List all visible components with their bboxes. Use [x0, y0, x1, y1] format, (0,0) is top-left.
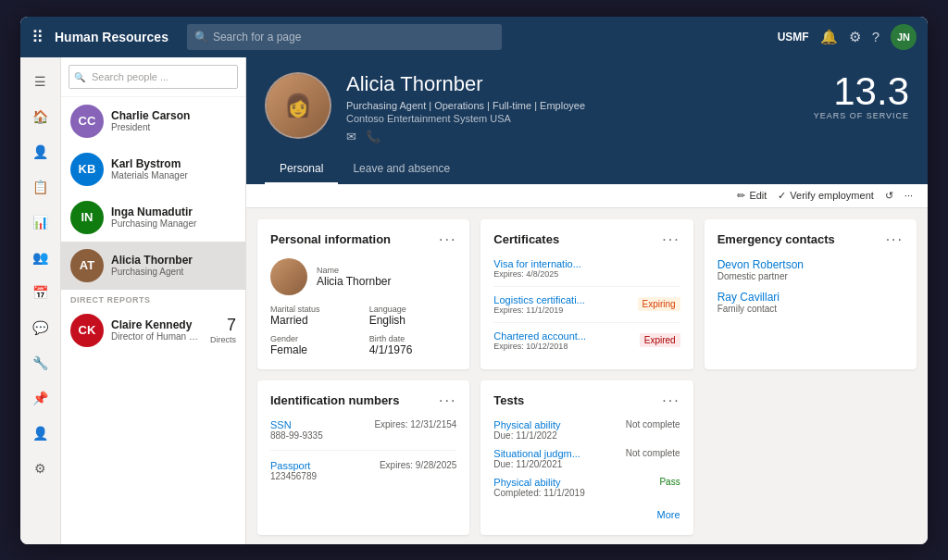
- birthdate-value: 4/1/1976: [369, 343, 457, 356]
- cert-expires-2: Expires: 10/12/2018: [493, 342, 586, 351]
- person-name-claire: Claire Kennedy: [111, 318, 203, 331]
- person-item-inga[interactable]: IN Inga Numadutir Purchasing Manager: [61, 193, 245, 242]
- identification-more-button[interactable]: ···: [439, 393, 456, 408]
- profile-header: 👩 Alicia Thornber Purchasing Agent | Ope…: [246, 57, 928, 184]
- avatar-charlie: CC: [70, 105, 104, 138]
- sidebar-calendar-icon[interactable]: 📅: [24, 276, 57, 309]
- person-item-karl[interactable]: KB Karl Bystrom Materials Manager: [61, 145, 245, 193]
- person-item-charlie[interactable]: CC Charlie Carson President: [61, 97, 245, 145]
- sidebar-home-icon[interactable]: 🏠: [24, 100, 57, 133]
- cert-item-2: Chartered account... Expires: 10/12/2018…: [493, 330, 680, 351]
- content-area: ✏ Edit ✓ Verify employment ↺ ··· P: [246, 184, 928, 544]
- test-link-0[interactable]: Physical ability: [493, 419, 560, 430]
- top-search-input[interactable]: [187, 24, 502, 50]
- cert-link-0[interactable]: Visa for internatio...: [493, 258, 581, 269]
- test-status-1: Not complete: [626, 448, 680, 458]
- edit-icon: ✏: [737, 190, 745, 202]
- cert-link-2[interactable]: Chartered account...: [493, 330, 586, 342]
- test-link-2[interactable]: Physical ability: [493, 477, 584, 488]
- sidebar-settings-icon[interactable]: 🔧: [24, 346, 57, 380]
- cert-badge-2: Expired: [640, 333, 680, 347]
- language-value: English: [369, 314, 457, 327]
- sidebar-pin-icon[interactable]: 📌: [24, 381, 57, 415]
- personal-info-more-button[interactable]: ···: [439, 232, 456, 247]
- test-due-1: Due: 11/20/2021: [493, 459, 580, 469]
- cert-item-1: Logistics certificati... Expires: 11/1/2…: [493, 294, 680, 323]
- tests-title: Tests: [493, 393, 524, 407]
- notifications-button[interactable]: 🔔: [820, 29, 838, 45]
- email-icon[interactable]: ✉: [346, 130, 356, 143]
- tests-more-button[interactable]: ···: [662, 393, 680, 408]
- top-navigation: ⠿ Human Resources 🔍 USMF 🔔 ⚙ ? JN: [20, 17, 928, 57]
- more-options-button[interactable]: ···: [904, 190, 913, 201]
- sidebar-gear-icon[interactable]: ⚙: [24, 452, 57, 485]
- emergency-item-1: Ray Cavillari Family contact: [717, 291, 904, 314]
- tab-leave-absence[interactable]: Leave and absence: [338, 155, 465, 184]
- person-name-inga: Inga Numadutir: [111, 205, 236, 218]
- tab-personal[interactable]: Personal: [265, 155, 338, 184]
- top-nav-right: USMF 🔔 ⚙ ? JN: [778, 24, 917, 50]
- tests-more-link[interactable]: More: [657, 509, 680, 520]
- phone-icon[interactable]: 📞: [366, 130, 380, 143]
- marital-status-label: Marital status: [270, 305, 358, 314]
- sidebar-hamburger-icon[interactable]: ☰: [24, 65, 57, 98]
- language-label: Language: [369, 305, 457, 314]
- avatar-claire: CK: [70, 314, 104, 347]
- cards-grid: Personal information ··· Name Alicia Tho…: [246, 208, 928, 544]
- years-label: YEARS OF SERVICE: [814, 111, 909, 120]
- test-item-2: Physical ability Completed: 11/1/2019 Pa…: [493, 477, 680, 498]
- birthdate-label: Birth date: [369, 334, 457, 343]
- profile-company: Contoso Entertainment System USA: [346, 113, 799, 124]
- years-number: 13.3: [814, 72, 909, 111]
- waffle-icon[interactable]: ⠿: [31, 27, 44, 47]
- emergency-contacts-more-button[interactable]: ···: [886, 232, 904, 247]
- app-title: Human Resources: [55, 30, 168, 44]
- environment-label: USMF: [778, 31, 809, 44]
- gender-label: Gender: [270, 334, 358, 343]
- cert-link-1[interactable]: Logistics certificati...: [493, 294, 584, 305]
- sidebar-person-icon[interactable]: 👤: [24, 135, 57, 168]
- person-item-alicia[interactable]: AT Alicia Thornber Purchasing Agent: [61, 242, 245, 290]
- emergency-name-1[interactable]: Ray Cavillari: [717, 291, 904, 304]
- id-link-ssn[interactable]: SSN: [270, 419, 323, 430]
- person-name-alicia: Alicia Thornber: [111, 254, 236, 267]
- sidebar-chart-icon[interactable]: 📊: [24, 205, 57, 239]
- people-search-icon: 🔍: [74, 71, 85, 81]
- directs-count: 7: [210, 316, 236, 335]
- sidebar-list-icon[interactable]: 📋: [24, 170, 57, 204]
- personal-card-avatar: [270, 258, 307, 295]
- test-status-0: Not complete: [626, 419, 680, 429]
- personal-info-title: Personal information: [270, 232, 391, 246]
- certificates-more-button[interactable]: ···: [662, 232, 680, 247]
- profile-meta: Purchasing Agent | Operations | Full-tim…: [346, 100, 799, 111]
- verify-employment-button[interactable]: ✓ Verify employment: [778, 190, 873, 202]
- test-item-0: Physical ability Due: 11/1/2022 Not comp…: [493, 419, 680, 441]
- profile-name: Alicia Thornber: [346, 72, 799, 96]
- help-button[interactable]: ?: [872, 29, 879, 44]
- cert-item-0: Visa for internatio... Expires: 4/8/2025: [493, 258, 680, 287]
- test-link-1[interactable]: Situational judgm...: [493, 448, 580, 459]
- certificates-card: Certificates ··· Visa for internatio... …: [480, 219, 692, 369]
- personal-info-card: Personal information ··· Name Alicia Tho…: [257, 219, 469, 369]
- sidebar-team-icon[interactable]: 👥: [24, 241, 57, 274]
- icon-sidebar: ☰ 🏠 👤 📋 📊 👥 📅 💬 🔧 📌 👤 ⚙: [20, 57, 61, 544]
- sidebar-chat-icon[interactable]: 💬: [24, 311, 57, 344]
- settings-button[interactable]: ⚙: [849, 29, 861, 45]
- test-status-2: Pass: [659, 477, 680, 487]
- id-expires-ssn: Expires: 12/31/2154: [374, 419, 456, 429]
- person-role-inga: Purchasing Manager: [111, 218, 236, 229]
- person-role-charlie: President: [111, 122, 236, 132]
- people-search-input[interactable]: [69, 65, 238, 89]
- user-avatar[interactable]: JN: [891, 24, 917, 50]
- main-content: 👩 Alicia Thornber Purchasing Agent | Ope…: [246, 57, 928, 544]
- id-link-passport[interactable]: Passport: [270, 460, 317, 471]
- refresh-button[interactable]: ↺: [885, 190, 893, 202]
- edit-button[interactable]: ✏ Edit: [737, 190, 767, 202]
- emergency-name-0[interactable]: Devon Robertson: [717, 258, 904, 271]
- sidebar-user2-icon[interactable]: 👤: [24, 417, 57, 450]
- identification-title: Identification numbers: [270, 393, 399, 407]
- avatar-karl: KB: [70, 153, 104, 186]
- cert-expires-0: Expires: 4/8/2025: [493, 269, 581, 279]
- direct-report-claire[interactable]: CK Claire Kennedy Director of Human Reso…: [61, 308, 245, 353]
- emergency-role-1: Family contact: [717, 304, 904, 314]
